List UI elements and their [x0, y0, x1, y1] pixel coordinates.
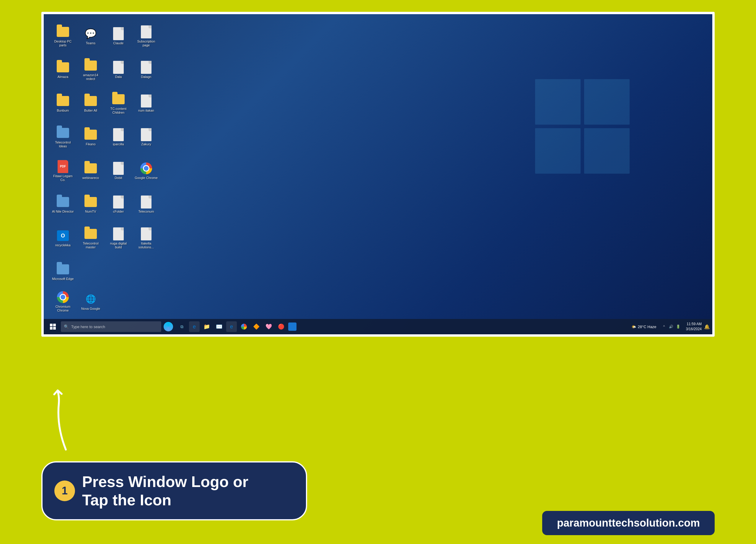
- taskview-icon[interactable]: ⧉: [177, 321, 187, 332]
- file-explorer-icon[interactable]: 📁: [201, 321, 212, 332]
- search-icon: 🔍: [64, 324, 69, 329]
- cortana-icon[interactable]: [164, 322, 173, 331]
- desktop-icon[interactable]: Telecontrol Ideas: [50, 121, 76, 154]
- system-tray: 🌤️ 28°C Haze ^ 🔊 🔋 11:59 AM 3/16/2024 🔔: [631, 322, 710, 332]
- desktop-icon[interactable]: Claude: [105, 20, 132, 53]
- desktop-icon[interactable]: nuga digital build: [105, 222, 132, 255]
- desktop-icon[interactable]: TC-content Children: [105, 87, 132, 120]
- edge-icon[interactable]: e: [189, 321, 200, 332]
- mail-icon[interactable]: ✉️: [214, 321, 224, 332]
- notification-icon[interactable]: 🔔: [704, 324, 710, 330]
- website-url: paramounttechsolution.com: [557, 517, 700, 529]
- desktop-icon[interactable]: Dobit: [105, 155, 132, 187]
- instruction-box: 1 Press Window Logo or Tap the Icon: [41, 461, 307, 520]
- desktop-icon[interactable]: Subscription page: [133, 20, 159, 53]
- edge2-icon[interactable]: e: [226, 321, 237, 332]
- desktop-icon-pdf[interactable]: PDF Fitawi Legam Co.: [50, 155, 76, 187]
- notification-tray: ^ 🔊 🔋: [659, 324, 684, 330]
- website-footer: paramounttechsolution.com: [542, 511, 715, 535]
- desktop-icon[interactable]: Desktop PC parts: [50, 20, 76, 53]
- pink-app-icon[interactable]: 🩷: [263, 321, 274, 332]
- instruction-line-2: Tap the Icon: [82, 491, 248, 509]
- page-container: Desktop PC parts 💬 Teams Claude Subscrip…: [0, 0, 756, 544]
- red-app-icon[interactable]: 🔴: [276, 321, 286, 332]
- desktop-icon-outlook[interactable]: O recyclekka: [50, 222, 76, 255]
- desktop-icon[interactable]: Butter All: [77, 87, 104, 120]
- date: 3/16/2024: [686, 327, 702, 332]
- desktop-icon[interactable]: Teleconum: [133, 188, 159, 221]
- desktop-icon: [77, 256, 104, 288]
- instruction-text: Press Window Logo or Tap the Icon: [82, 473, 248, 509]
- desktop-icon[interactable]: Dalagn: [133, 54, 159, 86]
- step-number: 1: [54, 481, 75, 501]
- instruction-arrow: [46, 389, 81, 455]
- recycle-bin-icon[interactable]: Chromium Chrome: [50, 289, 76, 314]
- desktop-icon[interactable]: 💬 Teams: [77, 20, 104, 53]
- desktop-icon[interactable]: Itakella solutions...: [133, 222, 159, 255]
- desktop-icon: [133, 256, 159, 288]
- sound-icon[interactable]: 🔊: [668, 324, 674, 330]
- orange-app-icon[interactable]: 🔶: [251, 321, 262, 332]
- desktop-icon: [105, 256, 132, 288]
- desktop-icon[interactable]: amazon14 redect: [77, 54, 104, 86]
- battery-icon[interactable]: 🔋: [675, 324, 681, 330]
- time: 11:59 AM: [686, 322, 702, 327]
- taskbar: 🔍 Type here to search ⧉ e 📁 ✉️ e 🔶 🩷 🔴: [44, 319, 712, 334]
- desktop-icon[interactable]: iparcilla: [105, 121, 132, 154]
- desktop-icon[interactable]: cFolder: [105, 188, 132, 221]
- clock[interactable]: 11:59 AM 3/16/2024: [686, 322, 702, 332]
- desktop-icons-area: Desktop PC parts 💬 Teams Claude Subscrip…: [50, 20, 162, 304]
- weather-temp: 28°C Haze: [638, 325, 656, 329]
- instruction-line-1: Press Window Logo or: [82, 473, 248, 491]
- weather-widget: 🌤️ 28°C Haze: [631, 325, 656, 329]
- blue-app-icon[interactable]: [288, 323, 296, 331]
- weather-icon: 🌤️: [631, 325, 636, 329]
- desktop-icon[interactable]: Al Nile Director: [50, 188, 76, 221]
- network-icon[interactable]: ^: [661, 324, 667, 330]
- taskbar-search[interactable]: 🔍 Type here to search: [61, 321, 161, 332]
- desktop-icon[interactable]: Telecontrol master: [77, 222, 104, 255]
- windows-start-icon: [50, 324, 56, 330]
- desktop-icon[interactable]: Microsoft Edge: [50, 256, 76, 288]
- nova-google-icon[interactable]: 🌐 Nova Google: [77, 289, 104, 314]
- start-button[interactable]: [46, 321, 60, 333]
- taskbar-pinned-icons: ⧉ e 📁 ✉️ e 🔶 🩷 🔴: [177, 321, 296, 332]
- desktop-icon[interactable]: Almaza: [50, 54, 76, 86]
- desktop-icon[interactable]: num itakan: [133, 87, 159, 120]
- desktop-icon[interactable]: NumTV: [77, 188, 104, 221]
- desktop-icon[interactable]: Zakury: [133, 121, 159, 154]
- desktop-icon[interactable]: Fikano: [77, 121, 104, 154]
- windows-logo-watermark: [535, 79, 630, 174]
- desktop-icon-chrome[interactable]: Google Chrome: [133, 155, 159, 187]
- desktop-icon[interactable]: webinareco: [77, 155, 104, 187]
- desktop-icon[interactable]: Dala: [105, 54, 132, 86]
- desktop-icon[interactable]: Bunbum: [50, 87, 76, 120]
- desktop-screenshot: Desktop PC parts 💬 Teams Claude Subscrip…: [41, 12, 715, 337]
- chrome-taskbar-icon[interactable]: [239, 321, 249, 332]
- search-placeholder: Type here to search: [71, 325, 105, 329]
